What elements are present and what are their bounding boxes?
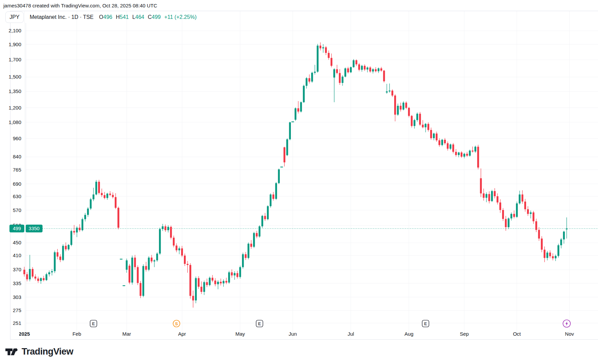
candle	[508, 218, 509, 227]
candle	[92, 194, 94, 199]
candle	[23, 270, 25, 274]
candle	[433, 133, 435, 138]
candle	[452, 145, 454, 152]
candle	[109, 193, 111, 195]
candle	[248, 244, 249, 258]
candle	[192, 296, 194, 301]
candle	[37, 278, 39, 281]
tradingview-logo[interactable]: TradingView	[5, 346, 73, 357]
ohlc-high-value: 541	[120, 14, 129, 20]
x-axis-month-label: Jul	[348, 331, 354, 337]
candle	[65, 246, 66, 249]
candle	[361, 66, 363, 70]
candle	[463, 154, 465, 157]
candle	[306, 78, 307, 86]
candle	[544, 250, 545, 258]
candle	[48, 272, 50, 274]
candle	[134, 257, 136, 267]
candle	[436, 133, 437, 140]
ohlc-high-label: H	[116, 14, 120, 20]
candle	[560, 239, 562, 245]
x-axis-month-label: Apr	[178, 331, 186, 337]
candle	[358, 64, 360, 70]
y-axis-label: 765	[13, 167, 21, 173]
y-axis-label: 450	[13, 240, 21, 245]
y-axis-label: 570	[13, 207, 21, 213]
y-axis-label: 1,200	[8, 105, 21, 111]
candle	[220, 282, 222, 283]
candle	[355, 60, 357, 64]
y-axis-label: 960	[13, 135, 21, 141]
candle	[524, 202, 526, 209]
candle-dash	[280, 166, 283, 167]
candle	[283, 147, 285, 162]
candle	[502, 210, 504, 219]
candle	[217, 282, 219, 284]
candle	[411, 116, 412, 126]
chart-canvas[interactable]: 2,1001,9001,7001,5001,3501,2001,08096084…	[0, 0, 598, 364]
candle	[563, 232, 565, 239]
x-axis-month-label: Nov	[565, 331, 574, 337]
candle	[405, 103, 407, 108]
candle	[231, 272, 233, 275]
candle	[378, 68, 379, 71]
tradingview-logo-icon	[5, 347, 18, 357]
candle	[535, 221, 537, 230]
candle	[372, 69, 374, 71]
candle	[275, 183, 277, 199]
candle-dash	[292, 121, 294, 122]
candle	[54, 252, 56, 271]
candle	[516, 203, 518, 217]
candle	[303, 86, 305, 102]
earnings-badge-letter: E	[258, 322, 261, 326]
candle	[159, 229, 161, 254]
candle	[295, 108, 296, 120]
candle	[345, 68, 346, 77]
candle	[137, 267, 139, 283]
candle	[480, 178, 482, 193]
earnings-badge-letter: E	[92, 322, 95, 326]
candle	[430, 130, 432, 138]
symbol-title-row[interactable]: Metaplanet Inc. · 1D · TSE O496 H541 L46…	[30, 14, 196, 20]
candle	[461, 152, 462, 156]
candle	[491, 191, 493, 201]
candle	[386, 91, 388, 92]
candle	[403, 103, 404, 110]
candle	[175, 246, 177, 250]
currency-button[interactable]: JPY	[5, 11, 24, 23]
candle	[546, 252, 548, 258]
y-axis-label: 840	[13, 154, 21, 159]
tradingview-logo-text: TradingView	[22, 346, 73, 357]
candle	[541, 239, 543, 250]
candle	[131, 257, 133, 282]
candle	[497, 196, 498, 203]
candle	[250, 244, 252, 247]
x-axis-month-label: Aug	[404, 331, 413, 337]
candle	[272, 194, 274, 199]
x-axis-month-label: Sep	[460, 331, 469, 337]
candle	[234, 273, 236, 275]
candle	[32, 269, 33, 277]
x-axis-year-label: 2025	[19, 331, 30, 337]
split-badge-letter: S	[175, 322, 178, 326]
y-axis-label: 303	[13, 294, 21, 300]
candle	[181, 248, 183, 255]
candle	[270, 194, 271, 206]
candle	[366, 67, 368, 69]
candle	[98, 182, 100, 193]
candle	[187, 264, 188, 265]
candle	[339, 73, 341, 83]
chart-legend: JPY Metaplanet Inc. · 1D · TSE O496 H541…	[5, 11, 196, 23]
symbol-title: Metaplanet Inc. · 1D · TSE	[30, 14, 93, 20]
ohlc-low-value: 464	[135, 14, 144, 20]
candle	[154, 260, 155, 261]
candle	[369, 67, 371, 71]
candle	[126, 260, 128, 270]
ohlc-close-label: C	[148, 14, 152, 20]
candle	[104, 195, 105, 198]
candle	[206, 282, 208, 285]
candle	[228, 272, 230, 282]
candle	[425, 124, 426, 127]
candle	[40, 278, 42, 281]
candle	[76, 228, 78, 233]
